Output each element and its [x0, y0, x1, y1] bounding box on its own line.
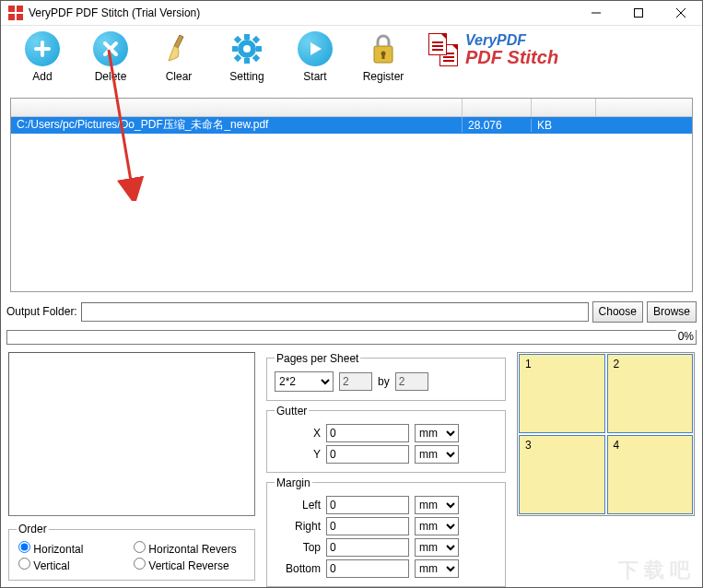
- gutter-x-unit[interactable]: mm: [415, 424, 459, 442]
- margin-top-input[interactable]: [326, 538, 409, 557]
- window-controls: [575, 1, 702, 25]
- file-size: 28.076: [463, 119, 532, 132]
- start-label: Start: [303, 70, 326, 83]
- layout-preview: 1 2 3 4: [517, 352, 695, 516]
- clear-label: Clear: [166, 70, 193, 83]
- file-list-header: [11, 99, 692, 117]
- gutter-y-unit[interactable]: mm: [415, 445, 459, 464]
- progress-percent: 0%: [676, 330, 696, 343]
- layout-cell: 4: [607, 435, 694, 514]
- clear-button[interactable]: Clear: [145, 31, 213, 83]
- start-button[interactable]: Start: [281, 31, 349, 83]
- layout-cell: 3: [519, 435, 605, 514]
- svg-rect-1: [635, 8, 643, 17]
- order-group: Order Horizontal Horizontal Revers Verti…: [8, 523, 255, 581]
- minimize-button[interactable]: [575, 1, 617, 25]
- svg-rect-6: [244, 58, 250, 64]
- margin-right-input[interactable]: [326, 517, 409, 535]
- app-window: VeryPDF PDF Stitch (Trial Version) Add D…: [0, 0, 703, 588]
- order-horizontal[interactable]: Horizontal: [18, 541, 130, 556]
- plus-icon: [25, 31, 60, 66]
- svg-rect-7: [256, 46, 262, 52]
- margin-bottom-unit[interactable]: mm: [415, 559, 459, 578]
- add-label: Add: [32, 70, 52, 83]
- delete-label: Delete: [95, 70, 127, 83]
- svg-point-13: [243, 45, 251, 53]
- output-folder-input[interactable]: [81, 302, 589, 322]
- x-icon: [93, 31, 128, 66]
- order-vertical[interactable]: Vertical: [18, 558, 130, 572]
- margin-left-label: Left: [275, 499, 321, 512]
- rows-input: [395, 372, 428, 391]
- margin-bottom-input[interactable]: [326, 559, 409, 578]
- register-button[interactable]: Register: [349, 31, 417, 83]
- delete-button[interactable]: Delete: [76, 31, 145, 83]
- margin-group: Margin Leftmm Rightmm Topmm Bottommm: [266, 476, 506, 587]
- file-unit: KB: [532, 119, 596, 132]
- layout-cell: 2: [607, 354, 694, 433]
- output-folder-row: Output Folder: Choose Browse: [6, 301, 697, 323]
- order-legend: Order: [17, 523, 49, 535]
- margin-left-unit[interactable]: mm: [415, 496, 459, 514]
- svg-rect-5: [244, 34, 250, 40]
- margin-legend: Margin: [275, 476, 312, 489]
- titlebar: VeryPDF PDF Stitch (Trial Version): [1, 1, 702, 26]
- browse-button[interactable]: Browse: [647, 301, 697, 323]
- gutter-x-label: X: [275, 427, 321, 440]
- margin-left-input[interactable]: [326, 496, 409, 514]
- play-icon: [298, 31, 333, 66]
- window-title: VeryPDF PDF Stitch (Trial Version): [29, 6, 575, 19]
- gutter-legend: Gutter: [275, 405, 309, 417]
- order-horizontal-reverse[interactable]: Horizontal Revers: [134, 541, 245, 556]
- gutter-x-input[interactable]: [326, 424, 409, 442]
- progress-bar: 0%: [6, 330, 697, 345]
- margin-top-unit[interactable]: mm: [415, 538, 459, 557]
- settings-column: Pages per Sheet 2*2 by Gutter Xmm Ymm Ma…: [266, 352, 506, 587]
- order-vertical-reverse[interactable]: Vertical Reverse: [134, 558, 245, 572]
- gutter-y-input[interactable]: [326, 445, 409, 464]
- gutter-y-label: Y: [275, 448, 321, 461]
- add-button[interactable]: Add: [8, 31, 76, 83]
- source-preview: [8, 352, 255, 516]
- pages-legend: Pages per Sheet: [275, 352, 360, 365]
- maximize-button[interactable]: [617, 1, 660, 25]
- svg-rect-16: [382, 53, 385, 59]
- brush-icon: [161, 31, 196, 66]
- product-logo: VeryPDF PDF Stitch: [425, 31, 558, 68]
- output-folder-label: Output Folder:: [6, 305, 77, 318]
- order-vr-radio[interactable]: [134, 558, 146, 570]
- choose-button[interactable]: Choose: [592, 301, 643, 323]
- file-row[interactable]: C:/Users/pc/Pictures/Do_PDF压缩_未命名_new.pd…: [11, 117, 692, 134]
- order-vertical-radio[interactable]: [18, 558, 30, 570]
- logo-line1: VeryPDF: [465, 33, 558, 48]
- layout-select[interactable]: 2*2: [275, 371, 334, 392]
- gear-icon: [229, 31, 264, 66]
- file-list[interactable]: C:/Users/pc/Pictures/Do_PDF压缩_未命名_new.pd…: [10, 98, 693, 292]
- margin-bottom-label: Bottom: [275, 562, 321, 575]
- toolbar: Add Delete Clear Setting Start Register: [1, 26, 702, 94]
- svg-rect-8: [232, 46, 238, 52]
- file-path: C:/Users/pc/Pictures/Do_PDF压缩_未命名_new.pd…: [11, 117, 463, 133]
- close-button[interactable]: [660, 1, 702, 25]
- margin-right-label: Right: [275, 520, 321, 533]
- gutter-group: Gutter Xmm Ymm: [266, 405, 506, 473]
- setting-button[interactable]: Setting: [213, 31, 281, 83]
- logo-line2: PDF Stitch: [465, 48, 558, 66]
- cols-input: [339, 372, 372, 391]
- pdf-docs-icon: [425, 31, 462, 68]
- by-label: by: [378, 375, 390, 388]
- layout-cell: 1: [519, 354, 605, 433]
- order-horizontal-radio[interactable]: [18, 541, 30, 553]
- app-icon: [8, 6, 23, 20]
- order-hr-radio[interactable]: [134, 541, 146, 553]
- setting-label: Setting: [229, 70, 264, 83]
- register-label: Register: [363, 70, 404, 83]
- margin-right-unit[interactable]: mm: [415, 517, 459, 535]
- margin-top-label: Top: [275, 541, 321, 554]
- lock-icon: [366, 31, 401, 66]
- pages-per-sheet-group: Pages per Sheet 2*2 by: [266, 352, 506, 401]
